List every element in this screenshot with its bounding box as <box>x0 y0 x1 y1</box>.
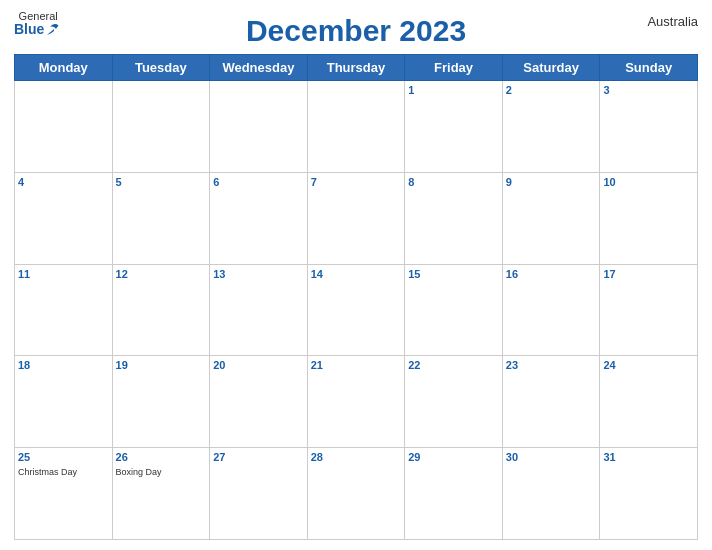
day-cell-4-6: 31 <box>600 448 698 540</box>
logo: General Blue <box>14 10 62 37</box>
day-number: 16 <box>506 267 597 282</box>
day-cell-0-4: 1 <box>405 81 503 173</box>
day-number: 26 <box>116 450 207 465</box>
day-cell-2-4: 15 <box>405 264 503 356</box>
calendar-table: Monday Tuesday Wednesday Thursday Friday… <box>14 54 698 540</box>
day-number: 23 <box>506 358 597 373</box>
day-number: 12 <box>116 267 207 282</box>
holiday-label: Christmas Day <box>18 467 109 479</box>
day-cell-2-3: 14 <box>307 264 405 356</box>
day-number: 6 <box>213 175 304 190</box>
country-label: Australia <box>647 14 698 29</box>
day-number: 8 <box>408 175 499 190</box>
week-row-3: 11121314151617 <box>15 264 698 356</box>
logo-blue-text: Blue <box>14 22 44 37</box>
day-cell-1-1: 5 <box>112 172 210 264</box>
day-number: 30 <box>506 450 597 465</box>
day-number: 21 <box>311 358 402 373</box>
day-cell-1-5: 9 <box>502 172 600 264</box>
week-row-2: 45678910 <box>15 172 698 264</box>
day-number: 18 <box>18 358 109 373</box>
day-cell-3-6: 24 <box>600 356 698 448</box>
col-header-monday: Monday <box>15 55 113 81</box>
day-cell-0-6: 3 <box>600 81 698 173</box>
day-number: 13 <box>213 267 304 282</box>
day-cell-1-4: 8 <box>405 172 503 264</box>
day-cell-4-4: 29 <box>405 448 503 540</box>
week-row-5: 25Christmas Day26Boxing Day2728293031 <box>15 448 698 540</box>
day-number: 1 <box>408 83 499 98</box>
col-header-tuesday: Tuesday <box>112 55 210 81</box>
day-cell-3-1: 19 <box>112 356 210 448</box>
day-cell-1-0: 4 <box>15 172 113 264</box>
week-row-4: 18192021222324 <box>15 356 698 448</box>
day-cell-1-6: 10 <box>600 172 698 264</box>
col-header-wednesday: Wednesday <box>210 55 308 81</box>
col-header-saturday: Saturday <box>502 55 600 81</box>
day-number: 3 <box>603 83 694 98</box>
day-number: 22 <box>408 358 499 373</box>
day-cell-3-2: 20 <box>210 356 308 448</box>
day-number: 24 <box>603 358 694 373</box>
day-cell-4-1: 26Boxing Day <box>112 448 210 540</box>
day-cell-4-5: 30 <box>502 448 600 540</box>
day-cell-2-1: 12 <box>112 264 210 356</box>
day-number: 9 <box>506 175 597 190</box>
day-number: 19 <box>116 358 207 373</box>
day-number: 27 <box>213 450 304 465</box>
day-number: 29 <box>408 450 499 465</box>
day-cell-3-0: 18 <box>15 356 113 448</box>
calendar-page: General Blue December 2023 Australia Mon… <box>0 0 712 550</box>
day-cell-1-3: 7 <box>307 172 405 264</box>
day-cell-3-3: 21 <box>307 356 405 448</box>
day-number: 17 <box>603 267 694 282</box>
day-cell-0-5: 2 <box>502 81 600 173</box>
day-number: 5 <box>116 175 207 190</box>
week-row-1: 123 <box>15 81 698 173</box>
day-cell-2-5: 16 <box>502 264 600 356</box>
day-cell-0-2 <box>210 81 308 173</box>
day-number: 14 <box>311 267 402 282</box>
day-cell-0-3 <box>307 81 405 173</box>
col-header-sunday: Sunday <box>600 55 698 81</box>
calendar-title: December 2023 <box>246 14 466 48</box>
day-cell-4-0: 25Christmas Day <box>15 448 113 540</box>
day-cell-1-2: 6 <box>210 172 308 264</box>
day-number: 28 <box>311 450 402 465</box>
day-cell-2-0: 11 <box>15 264 113 356</box>
day-cell-4-3: 28 <box>307 448 405 540</box>
day-cell-0-0 <box>15 81 113 173</box>
day-number: 2 <box>506 83 597 98</box>
day-cell-4-2: 27 <box>210 448 308 540</box>
day-cell-2-2: 13 <box>210 264 308 356</box>
day-number: 31 <box>603 450 694 465</box>
logo-bird-icon <box>46 23 62 37</box>
day-number: 10 <box>603 175 694 190</box>
holiday-label: Boxing Day <box>116 467 207 479</box>
days-header-row: Monday Tuesday Wednesday Thursday Friday… <box>15 55 698 81</box>
calendar-header: General Blue December 2023 Australia <box>14 10 698 48</box>
day-number: 25 <box>18 450 109 465</box>
day-number: 4 <box>18 175 109 190</box>
day-number: 11 <box>18 267 109 282</box>
col-header-friday: Friday <box>405 55 503 81</box>
day-cell-0-1 <box>112 81 210 173</box>
day-number: 7 <box>311 175 402 190</box>
day-cell-2-6: 17 <box>600 264 698 356</box>
day-number: 15 <box>408 267 499 282</box>
day-number: 20 <box>213 358 304 373</box>
day-cell-3-4: 22 <box>405 356 503 448</box>
col-header-thursday: Thursday <box>307 55 405 81</box>
day-cell-3-5: 23 <box>502 356 600 448</box>
